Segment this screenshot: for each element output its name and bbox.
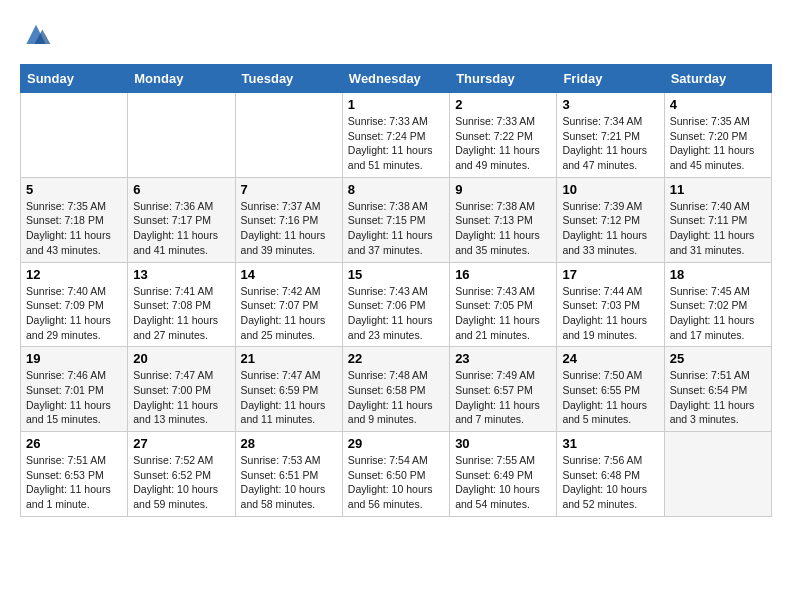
calendar-cell [235, 93, 342, 178]
calendar-cell: 27Sunrise: 7:52 AM Sunset: 6:52 PM Dayli… [128, 432, 235, 517]
day-info: Sunrise: 7:43 AM Sunset: 7:05 PM Dayligh… [455, 284, 551, 343]
day-info: Sunrise: 7:41 AM Sunset: 7:08 PM Dayligh… [133, 284, 229, 343]
day-info: Sunrise: 7:35 AM Sunset: 7:20 PM Dayligh… [670, 114, 766, 173]
day-number: 24 [562, 351, 658, 366]
calendar-cell: 29Sunrise: 7:54 AM Sunset: 6:50 PM Dayli… [342, 432, 449, 517]
calendar-cell [128, 93, 235, 178]
calendar-cell: 28Sunrise: 7:53 AM Sunset: 6:51 PM Dayli… [235, 432, 342, 517]
day-number: 7 [241, 182, 337, 197]
logo [20, 20, 56, 48]
calendar-cell: 3Sunrise: 7:34 AM Sunset: 7:21 PM Daylig… [557, 93, 664, 178]
day-number: 3 [562, 97, 658, 112]
logo-icon [20, 20, 52, 48]
day-number: 17 [562, 267, 658, 282]
day-number: 20 [133, 351, 229, 366]
day-number: 19 [26, 351, 122, 366]
day-info: Sunrise: 7:44 AM Sunset: 7:03 PM Dayligh… [562, 284, 658, 343]
calendar-cell: 18Sunrise: 7:45 AM Sunset: 7:02 PM Dayli… [664, 262, 771, 347]
calendar-cell: 30Sunrise: 7:55 AM Sunset: 6:49 PM Dayli… [450, 432, 557, 517]
day-number: 23 [455, 351, 551, 366]
calendar-cell: 14Sunrise: 7:42 AM Sunset: 7:07 PM Dayli… [235, 262, 342, 347]
day-number: 21 [241, 351, 337, 366]
calendar-cell: 1Sunrise: 7:33 AM Sunset: 7:24 PM Daylig… [342, 93, 449, 178]
calendar-body: 1Sunrise: 7:33 AM Sunset: 7:24 PM Daylig… [21, 93, 772, 517]
calendar-cell: 2Sunrise: 7:33 AM Sunset: 7:22 PM Daylig… [450, 93, 557, 178]
page-header [20, 20, 772, 48]
calendar-cell: 19Sunrise: 7:46 AM Sunset: 7:01 PM Dayli… [21, 347, 128, 432]
day-number: 22 [348, 351, 444, 366]
calendar-cell [664, 432, 771, 517]
day-info: Sunrise: 7:35 AM Sunset: 7:18 PM Dayligh… [26, 199, 122, 258]
day-info: Sunrise: 7:47 AM Sunset: 6:59 PM Dayligh… [241, 368, 337, 427]
calendar-cell: 13Sunrise: 7:41 AM Sunset: 7:08 PM Dayli… [128, 262, 235, 347]
day-info: Sunrise: 7:50 AM Sunset: 6:55 PM Dayligh… [562, 368, 658, 427]
calendar-week-4: 19Sunrise: 7:46 AM Sunset: 7:01 PM Dayli… [21, 347, 772, 432]
weekday-header-saturday: Saturday [664, 65, 771, 93]
day-number: 10 [562, 182, 658, 197]
day-info: Sunrise: 7:51 AM Sunset: 6:54 PM Dayligh… [670, 368, 766, 427]
day-number: 16 [455, 267, 551, 282]
weekday-header-row: SundayMondayTuesdayWednesdayThursdayFrid… [21, 65, 772, 93]
weekday-header-sunday: Sunday [21, 65, 128, 93]
weekday-header-monday: Monday [128, 65, 235, 93]
calendar-cell: 10Sunrise: 7:39 AM Sunset: 7:12 PM Dayli… [557, 177, 664, 262]
calendar-cell: 20Sunrise: 7:47 AM Sunset: 7:00 PM Dayli… [128, 347, 235, 432]
day-info: Sunrise: 7:37 AM Sunset: 7:16 PM Dayligh… [241, 199, 337, 258]
day-number: 13 [133, 267, 229, 282]
calendar-cell: 5Sunrise: 7:35 AM Sunset: 7:18 PM Daylig… [21, 177, 128, 262]
calendar-cell: 31Sunrise: 7:56 AM Sunset: 6:48 PM Dayli… [557, 432, 664, 517]
calendar-cell: 23Sunrise: 7:49 AM Sunset: 6:57 PM Dayli… [450, 347, 557, 432]
calendar-week-2: 5Sunrise: 7:35 AM Sunset: 7:18 PM Daylig… [21, 177, 772, 262]
day-number: 15 [348, 267, 444, 282]
calendar-cell: 25Sunrise: 7:51 AM Sunset: 6:54 PM Dayli… [664, 347, 771, 432]
day-number: 5 [26, 182, 122, 197]
day-info: Sunrise: 7:40 AM Sunset: 7:09 PM Dayligh… [26, 284, 122, 343]
day-number: 29 [348, 436, 444, 451]
day-number: 14 [241, 267, 337, 282]
calendar-cell [21, 93, 128, 178]
day-number: 12 [26, 267, 122, 282]
day-number: 26 [26, 436, 122, 451]
day-number: 31 [562, 436, 658, 451]
day-info: Sunrise: 7:55 AM Sunset: 6:49 PM Dayligh… [455, 453, 551, 512]
day-number: 28 [241, 436, 337, 451]
day-number: 11 [670, 182, 766, 197]
day-number: 25 [670, 351, 766, 366]
day-info: Sunrise: 7:52 AM Sunset: 6:52 PM Dayligh… [133, 453, 229, 512]
calendar-header: SundayMondayTuesdayWednesdayThursdayFrid… [21, 65, 772, 93]
day-info: Sunrise: 7:39 AM Sunset: 7:12 PM Dayligh… [562, 199, 658, 258]
day-number: 27 [133, 436, 229, 451]
day-info: Sunrise: 7:38 AM Sunset: 7:15 PM Dayligh… [348, 199, 444, 258]
calendar-cell: 8Sunrise: 7:38 AM Sunset: 7:15 PM Daylig… [342, 177, 449, 262]
day-info: Sunrise: 7:49 AM Sunset: 6:57 PM Dayligh… [455, 368, 551, 427]
day-info: Sunrise: 7:45 AM Sunset: 7:02 PM Dayligh… [670, 284, 766, 343]
calendar-cell: 7Sunrise: 7:37 AM Sunset: 7:16 PM Daylig… [235, 177, 342, 262]
weekday-header-tuesday: Tuesday [235, 65, 342, 93]
calendar-cell: 17Sunrise: 7:44 AM Sunset: 7:03 PM Dayli… [557, 262, 664, 347]
calendar-cell: 21Sunrise: 7:47 AM Sunset: 6:59 PM Dayli… [235, 347, 342, 432]
weekday-header-wednesday: Wednesday [342, 65, 449, 93]
day-info: Sunrise: 7:42 AM Sunset: 7:07 PM Dayligh… [241, 284, 337, 343]
day-info: Sunrise: 7:47 AM Sunset: 7:00 PM Dayligh… [133, 368, 229, 427]
weekday-header-friday: Friday [557, 65, 664, 93]
calendar-cell: 9Sunrise: 7:38 AM Sunset: 7:13 PM Daylig… [450, 177, 557, 262]
calendar-cell: 24Sunrise: 7:50 AM Sunset: 6:55 PM Dayli… [557, 347, 664, 432]
day-info: Sunrise: 7:51 AM Sunset: 6:53 PM Dayligh… [26, 453, 122, 512]
day-info: Sunrise: 7:46 AM Sunset: 7:01 PM Dayligh… [26, 368, 122, 427]
day-info: Sunrise: 7:33 AM Sunset: 7:24 PM Dayligh… [348, 114, 444, 173]
calendar-cell: 22Sunrise: 7:48 AM Sunset: 6:58 PM Dayli… [342, 347, 449, 432]
calendar-week-5: 26Sunrise: 7:51 AM Sunset: 6:53 PM Dayli… [21, 432, 772, 517]
day-info: Sunrise: 7:33 AM Sunset: 7:22 PM Dayligh… [455, 114, 551, 173]
day-info: Sunrise: 7:56 AM Sunset: 6:48 PM Dayligh… [562, 453, 658, 512]
day-number: 8 [348, 182, 444, 197]
calendar-cell: 4Sunrise: 7:35 AM Sunset: 7:20 PM Daylig… [664, 93, 771, 178]
weekday-header-thursday: Thursday [450, 65, 557, 93]
day-info: Sunrise: 7:54 AM Sunset: 6:50 PM Dayligh… [348, 453, 444, 512]
day-number: 30 [455, 436, 551, 451]
day-info: Sunrise: 7:43 AM Sunset: 7:06 PM Dayligh… [348, 284, 444, 343]
day-number: 2 [455, 97, 551, 112]
day-info: Sunrise: 7:40 AM Sunset: 7:11 PM Dayligh… [670, 199, 766, 258]
day-info: Sunrise: 7:38 AM Sunset: 7:13 PM Dayligh… [455, 199, 551, 258]
day-number: 1 [348, 97, 444, 112]
day-info: Sunrise: 7:53 AM Sunset: 6:51 PM Dayligh… [241, 453, 337, 512]
